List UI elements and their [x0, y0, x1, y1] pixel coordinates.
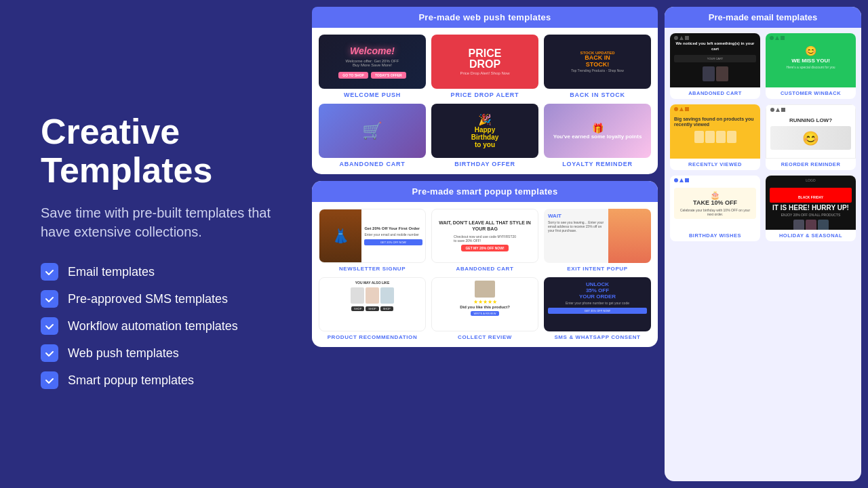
middle-column: Pre-made web push templates Welcome! Wel…	[312, 7, 658, 481]
push-preview-abandoned-cart: 🛒	[319, 104, 426, 158]
popup-grid: 👗 Get 20% Off Your First Order Enter you…	[312, 202, 658, 347]
popup-item-product-rec[interactable]: YOU MAY ALSO LIKE SHOP SHOP SHOP PRODUCT	[319, 277, 426, 340]
popup-preview-newsletter: 👗 Get 20% Off Your First Order Enter you…	[319, 209, 426, 263]
list-item-sms: Pre-approved SMS templates	[41, 290, 285, 308]
email-preview-reorder-reminder: RUNNING LOW? 😊	[766, 104, 856, 159]
right-section: Pre-made web push templates Welcome! Wel…	[312, 0, 868, 488]
check-icon-workflow	[41, 317, 58, 335]
push-preview-welcome: Welcome! Welcome offer: Get 20% OFFBuy M…	[319, 35, 426, 89]
popup-preview-collect-review: ★★★★★ Did you like this product? WRITE A…	[431, 277, 538, 331]
popup-item-collect-review[interactable]: ★★★★★ Did you like this product? WRITE A…	[431, 277, 538, 340]
popup-item-sms-consent[interactable]: UNLOCK35% OFFYOUR ORDER Enter your phone…	[544, 277, 651, 340]
push-preview-back-in-stock: STOCK UPDATED BACK INSTOCK! Top Trending…	[544, 35, 651, 89]
push-preview-loyalty: 🎁 You've earned some loyalty points	[544, 104, 651, 158]
email-item-holiday-seasonal[interactable]: LOGO BLACK FRIDAY IT IS HERE! HURRY UP! …	[766, 176, 856, 241]
email-panel: Pre-made email templates We noticed you …	[665, 7, 861, 481]
popup-preview-product-rec: YOU MAY ALSO LIKE SHOP SHOP SHOP	[319, 277, 426, 331]
push-grid: Welcome! Welcome offer: Get 20% OFFBuy M…	[312, 28, 658, 174]
list-item-workflow: Workflow automation templates	[41, 317, 285, 335]
feature-checklist: Email templates Pre-approved SMS templat…	[41, 263, 285, 389]
email-preview-birthday-wishes: 🎂 TAKE 10% OFF Celebrate your birthday w…	[670, 176, 760, 230]
list-item-email: Email templates	[41, 263, 285, 281]
email-preview-recently-viewed: Big savings found on products you recent…	[670, 104, 760, 159]
web-push-panel: Pre-made web push templates Welcome! Wel…	[312, 7, 658, 174]
web-push-header: Pre-made web push templates	[312, 7, 658, 28]
check-icon-email	[41, 263, 58, 281]
email-item-recently-viewed[interactable]: Big savings found on products you recent…	[670, 104, 760, 170]
push-item-birthday[interactable]: 🎉 HappyBirthdayto you BIRTHDAY OFFER	[431, 104, 538, 167]
popup-preview-exit-intent: WAIT Sorry to see you leaving... Enter y…	[544, 209, 651, 263]
page-title: Creative Templates	[41, 113, 285, 190]
check-icon-webpush	[41, 344, 58, 362]
email-item-abandoned-cart[interactable]: We noticed you left something(s) in your…	[670, 33, 760, 99]
popup-item-newsletter[interactable]: 👗 Get 20% Off Your First Order Enter you…	[319, 209, 426, 272]
push-item-price-drop[interactable]: PRICEDROP Price Drop Alert! Shop Now PRI…	[431, 35, 538, 98]
popup-item-exit-intent[interactable]: WAIT Sorry to see you leaving... Enter y…	[544, 209, 651, 272]
email-item-birthday-wishes[interactable]: 🎂 TAKE 10% OFF Celebrate your birthday w…	[670, 176, 760, 241]
popup-preview-abandoned-cart: WAIT, DON'T LEAVE ALL THAT STYLE IN YOUR…	[431, 209, 538, 263]
list-item-popup: Smart popup templates	[41, 371, 285, 389]
smart-popup-panel: Pre-made smart popup templates 👗 Get 20%…	[312, 181, 658, 347]
email-item-reorder-reminder[interactable]: RUNNING LOW? 😊 REORDER REMINDER	[766, 104, 856, 170]
smart-popup-header: Pre-made smart popup templates	[312, 181, 658, 202]
push-preview-price-drop: PRICEDROP Price Drop Alert! Shop Now	[431, 35, 538, 89]
push-item-abandoned-cart[interactable]: 🛒 ABANDONED CART	[319, 104, 426, 167]
push-preview-birthday: 🎉 HappyBirthdayto you	[431, 104, 538, 158]
email-grid: We noticed you left something(s) in your…	[665, 28, 861, 247]
push-item-loyalty[interactable]: 🎁 You've earned some loyalty points LOYA…	[544, 104, 651, 167]
popup-item-abandoned-cart[interactable]: WAIT, DON'T LEAVE ALL THAT STYLE IN YOUR…	[431, 209, 538, 272]
push-item-back-in-stock[interactable]: STOCK UPDATED BACK INSTOCK! Top Trending…	[544, 35, 651, 98]
email-item-customer-winback[interactable]: 😊 WE MISS YOU! Here's a special discount…	[766, 33, 856, 99]
email-preview-abandoned-cart: We noticed you left something(s) in your…	[670, 33, 760, 87]
popup-preview-sms-consent: UNLOCK35% OFFYOUR ORDER Enter your phone…	[544, 277, 651, 331]
list-item-webpush: Web push templates	[41, 344, 285, 362]
check-icon-popup	[41, 371, 58, 389]
check-icon-sms	[41, 290, 58, 308]
left-section: Creative Templates Save time with pre-bu…	[0, 0, 312, 488]
page-subtitle: Save time with pre-built templates that …	[41, 203, 285, 241]
email-preview-customer-winback: 😊 WE MISS YOU! Here's a special discount…	[766, 33, 856, 87]
push-item-welcome[interactable]: Welcome! Welcome offer: Get 20% OFFBuy M…	[319, 35, 426, 98]
email-header: Pre-made email templates	[665, 7, 861, 28]
email-preview-holiday-seasonal: LOGO BLACK FRIDAY IT IS HERE! HURRY UP! …	[766, 176, 856, 230]
